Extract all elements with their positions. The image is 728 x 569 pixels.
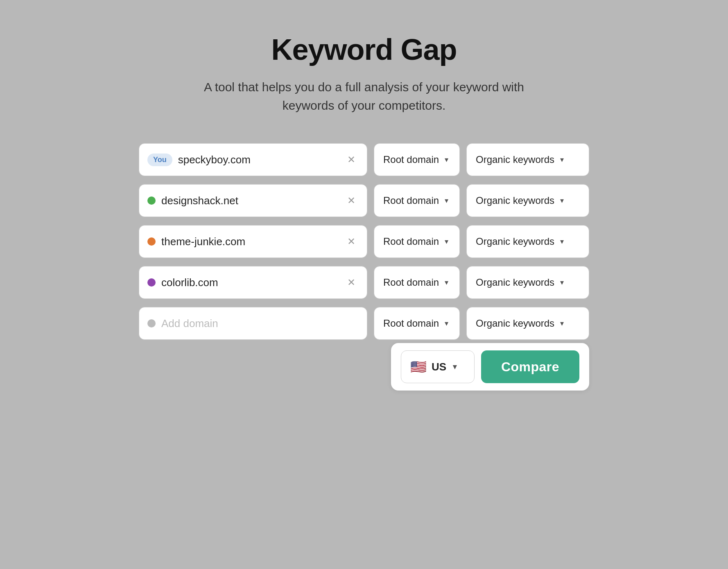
root-domain-dropdown-4[interactable]: Root domain ▾ [374, 266, 460, 299]
root-domain-label-5: Root domain [383, 318, 439, 329]
compare-button[interactable]: Compare [481, 350, 579, 383]
dot-icon-2 [147, 196, 156, 205]
root-domain-label-2: Root domain [383, 195, 439, 206]
chevron-down-icon-5: ▾ [445, 319, 448, 328]
domain-row-2: ✕ Root domain ▾ Organic keywords ▾ [139, 184, 589, 217]
page-subtitle: A tool that helps you do a full analysis… [200, 78, 528, 115]
domain-input-5[interactable] [161, 317, 359, 330]
domain-input-wrapper-2: ✕ [139, 184, 367, 217]
domain-input-2[interactable] [161, 194, 344, 207]
country-selector[interactable]: 🇺🇸 US ▾ [401, 350, 475, 383]
organic-keywords-label-3: Organic keywords [476, 236, 554, 247]
root-domain-dropdown-2[interactable]: Root domain ▾ [374, 184, 460, 217]
root-domain-dropdown-1[interactable]: Root domain ▾ [374, 143, 460, 176]
organic-keywords-label-4: Organic keywords [476, 277, 554, 288]
domain-row-3: ✕ Root domain ▾ Organic keywords ▾ [139, 225, 589, 258]
domain-input-3[interactable] [161, 235, 344, 248]
clear-button-2[interactable]: ✕ [344, 194, 359, 207]
organic-keywords-label-1: Organic keywords [476, 154, 554, 165]
root-domain-dropdown-5[interactable]: Root domain ▾ [374, 307, 460, 340]
form-section: You ✕ Root domain ▾ Organic keywords ▾ ✕… [139, 143, 589, 340]
flag-icon: 🇺🇸 [410, 359, 427, 375]
dot-icon-3 [147, 237, 156, 246]
page-container: Keyword Gap A tool that helps you do a f… [0, 0, 728, 569]
chevron-down-icon-1: ▾ [445, 155, 448, 164]
dot-icon-4 [147, 278, 156, 287]
clear-button-3[interactable]: ✕ [344, 235, 359, 248]
root-domain-label-3: Root domain [383, 236, 439, 247]
domain-input-wrapper-1: You ✕ [139, 143, 367, 176]
domain-row-4: ✕ Root domain ▾ Organic keywords ▾ [139, 266, 589, 299]
chevron-down-icon-4: ▾ [445, 278, 448, 287]
chevron-down-icon-country: ▾ [453, 362, 457, 371]
chevron-down-icon-2: ▾ [445, 196, 448, 205]
domain-row-1: You ✕ Root domain ▾ Organic keywords ▾ [139, 143, 589, 176]
domain-row-5: Root domain ▾ Organic keywords ▾ [139, 307, 589, 340]
chevron-down-icon-1b: ▾ [560, 155, 564, 164]
organic-keywords-dropdown-1[interactable]: Organic keywords ▾ [466, 143, 589, 176]
bottom-row: 🇺🇸 US ▾ Compare [139, 343, 589, 391]
clear-button-1[interactable]: ✕ [344, 153, 359, 166]
chevron-down-icon-5b: ▾ [560, 319, 564, 328]
chevron-down-icon-4b: ▾ [560, 278, 564, 287]
organic-keywords-dropdown-3[interactable]: Organic keywords ▾ [466, 225, 589, 258]
domain-input-wrapper-3: ✕ [139, 225, 367, 258]
root-domain-dropdown-3[interactable]: Root domain ▾ [374, 225, 460, 258]
organic-keywords-dropdown-2[interactable]: Organic keywords ▾ [466, 184, 589, 217]
chevron-down-icon-2b: ▾ [560, 196, 564, 205]
bottom-panel: 🇺🇸 US ▾ Compare [391, 343, 589, 391]
domain-input-wrapper-4: ✕ [139, 266, 367, 299]
root-domain-label-1: Root domain [383, 154, 439, 165]
country-code: US [432, 361, 446, 373]
domain-input-4[interactable] [161, 276, 344, 289]
domain-input-1[interactable] [178, 154, 344, 166]
domain-input-wrapper-5 [139, 307, 367, 340]
page-title: Keyword Gap [271, 33, 457, 66]
dot-icon-5 [147, 319, 156, 327]
organic-keywords-dropdown-4[interactable]: Organic keywords ▾ [466, 266, 589, 299]
organic-keywords-dropdown-5[interactable]: Organic keywords ▾ [466, 307, 589, 340]
organic-keywords-label-2: Organic keywords [476, 195, 554, 206]
chevron-down-icon-3b: ▾ [560, 237, 564, 246]
organic-keywords-label-5: Organic keywords [476, 318, 554, 329]
root-domain-label-4: Root domain [383, 277, 439, 288]
you-badge: You [147, 154, 172, 166]
clear-button-4[interactable]: ✕ [344, 276, 359, 289]
chevron-down-icon-3: ▾ [445, 237, 448, 246]
